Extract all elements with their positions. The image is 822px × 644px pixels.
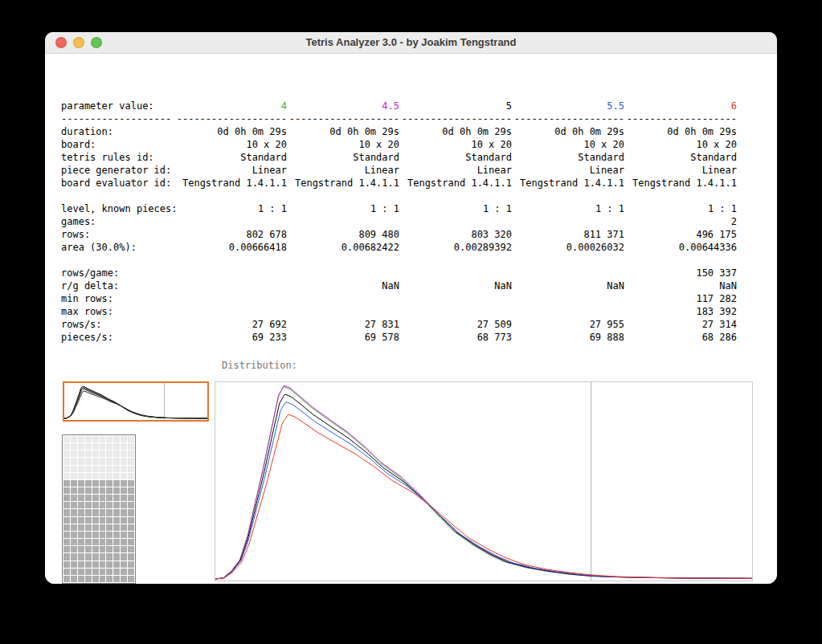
- board-cell-empty: [92, 466, 99, 472]
- board-cell-filled: [71, 569, 77, 575]
- table-cell: 0d 0h 0m 29s: [287, 125, 399, 138]
- board-cell-filled: [113, 576, 120, 582]
- board-cell-filled: [121, 524, 127, 531]
- row-label: pieces/s:: [61, 331, 174, 344]
- board-cell-empty: [85, 473, 92, 479]
- table-cell: NaN: [624, 279, 737, 292]
- table-spacer: [61, 254, 737, 267]
- zoom-button[interactable]: [91, 37, 102, 48]
- board-cell-empty: [100, 450, 106, 457]
- board-cell-empty: [63, 473, 70, 479]
- window-content: parameter value:44.555.56---------------…: [45, 54, 777, 584]
- board-cell-filled: [113, 553, 120, 560]
- board-cell-filled: [85, 561, 92, 568]
- table-cell: 0.00026032: [512, 241, 624, 254]
- table-cell: 150 337: [624, 267, 737, 279]
- board-cell-empty: [85, 443, 92, 450]
- traffic-lights: [55, 32, 102, 53]
- board-cell-filled: [106, 495, 112, 501]
- board-cell-filled: [92, 487, 99, 494]
- board-cell-filled: [113, 517, 120, 524]
- board-cell-filled: [63, 487, 70, 494]
- table-row: ----------------------------------------…: [61, 112, 737, 125]
- board-cell-empty: [85, 450, 92, 457]
- row-label: level, known pieces:: [61, 202, 174, 215]
- board-cell-filled: [128, 524, 134, 531]
- board-cell-empty: [100, 436, 106, 442]
- table-cell: 117 282: [624, 292, 737, 305]
- board-cell-filled: [85, 495, 92, 501]
- table-cell: 0.00289392: [399, 241, 512, 254]
- board-cell-empty: [92, 443, 99, 450]
- board-cell-filled: [92, 532, 99, 538]
- close-button[interactable]: [55, 37, 67, 48]
- board-cell-empty: [85, 436, 92, 442]
- board-cell-filled: [100, 539, 106, 545]
- table-cell: 10 x 20: [512, 138, 624, 151]
- table-cell: Standard: [287, 151, 399, 164]
- board-cell-filled: [71, 480, 77, 487]
- table-cell: 10 x 20: [399, 138, 512, 151]
- table-cell: [174, 292, 287, 305]
- board-cell-empty: [63, 436, 70, 442]
- board-cell-empty: [113, 458, 120, 464]
- board-cell-empty: [121, 436, 127, 442]
- table-cell: -------------------: [174, 112, 287, 125]
- row-label: min rows:: [61, 292, 174, 305]
- board-cell-empty: [106, 450, 112, 457]
- table-cell: 1 : 1: [399, 202, 512, 215]
- table-cell: [399, 305, 512, 318]
- table-cell: 4: [174, 100, 287, 112]
- board-cell-filled: [78, 561, 84, 568]
- table-cell: 1 : 1: [174, 202, 287, 215]
- board-cell-filled: [128, 495, 134, 501]
- board-cell-filled: [78, 553, 84, 560]
- board-cell-filled: [113, 487, 120, 494]
- distribution-thumbnail[interactable]: [63, 381, 209, 422]
- board-cell-filled: [71, 524, 77, 531]
- board-cell-filled: [100, 517, 106, 524]
- table-cell: 6: [624, 100, 737, 112]
- board-cell-filled: [78, 509, 84, 516]
- table-cell: 68 773: [399, 331, 512, 344]
- board-cell-filled: [100, 546, 106, 552]
- board-cell-filled: [106, 524, 112, 531]
- board-cell-filled: [85, 569, 92, 575]
- minimize-button[interactable]: [73, 37, 84, 48]
- board-cell-filled: [113, 569, 120, 575]
- table-cell: 68 286: [624, 331, 737, 344]
- board-cell-empty: [71, 473, 77, 479]
- board-cell-filled: [71, 487, 77, 494]
- table-cell: [512, 292, 624, 305]
- board-cell-filled: [63, 546, 70, 552]
- board-cell-filled: [92, 546, 99, 552]
- board-cell-filled: [113, 546, 120, 552]
- table-cell: 803 320: [399, 228, 512, 241]
- board-cell-filled: [71, 495, 77, 501]
- table-cell: [512, 305, 624, 318]
- table-cell: 27 509: [399, 318, 512, 331]
- board-cell-filled: [85, 502, 92, 508]
- board-cell-filled: [106, 480, 112, 487]
- board-cell-empty: [71, 450, 77, 457]
- board-cell-empty: [100, 458, 106, 464]
- table-row: parameter value:44.555.56: [61, 100, 737, 112]
- table-cell: 0.00644336: [624, 241, 737, 254]
- table-row: duration:0d 0h 0m 29s0d 0h 0m 29s0d 0h 0…: [61, 125, 737, 138]
- title-bar[interactable]: Tetris Analyzer 3.0 - by Joakim Tengstra…: [45, 32, 777, 54]
- board-cell-filled: [85, 517, 92, 524]
- table-cell: Standard: [624, 151, 737, 164]
- table-cell: 27 831: [287, 318, 399, 331]
- board-cell-filled: [121, 539, 127, 545]
- board-cell-filled: [85, 524, 92, 531]
- board-cell-empty: [113, 436, 120, 442]
- board-cell-empty: [78, 458, 84, 464]
- board-cell-filled: [92, 576, 99, 582]
- board-cell-empty: [106, 443, 112, 450]
- table-cell: Linear: [624, 164, 737, 177]
- board-cell-empty: [85, 466, 92, 472]
- board-cell-filled: [63, 524, 70, 531]
- table-cell: Linear: [174, 164, 287, 177]
- board-cell-filled: [106, 561, 112, 568]
- board-cell-filled: [85, 553, 92, 560]
